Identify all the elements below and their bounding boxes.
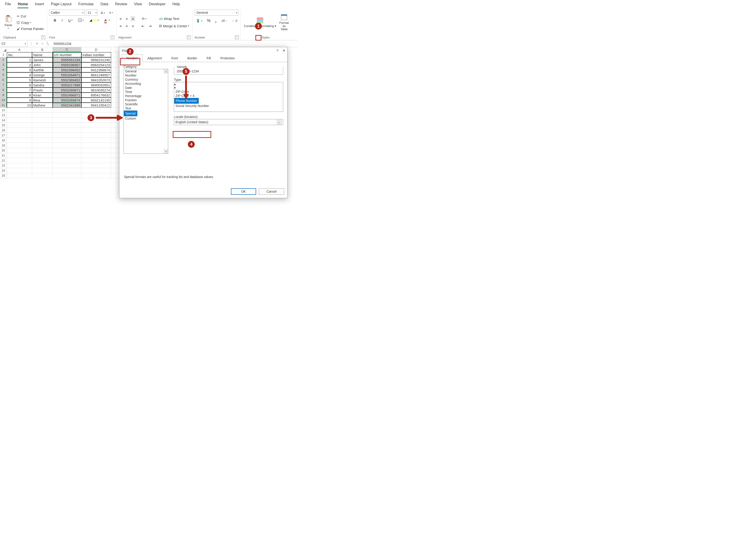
category-listbox[interactable]: ▴ ▾ GeneralNumberCurrencyAccountingDateT… — [123, 69, 168, 154]
cell-in[interactable]: 8641248957 — [81, 72, 111, 77]
row-header-23[interactable]: 23 — [0, 163, 7, 168]
cell-us[interactable]: 5553269871 — [53, 88, 81, 93]
row-header-14[interactable]: 14 — [0, 118, 7, 123]
cell[interactable] — [7, 158, 32, 163]
align-right-button[interactable]: ≡ — [131, 23, 135, 29]
cell[interactable] — [53, 163, 81, 168]
tab-review[interactable]: Review — [115, 1, 128, 8]
row-header-21[interactable]: 21 — [0, 153, 7, 158]
decrease-indent-button[interactable]: ⇤ — [140, 23, 146, 29]
copy-button[interactable]: ⿻ Copy ▾ — [15, 20, 45, 25]
type-item[interactable]: Social Security Number — [174, 104, 283, 108]
type-item[interactable]: ZIP Code — [174, 90, 283, 94]
cell[interactable] — [7, 138, 32, 143]
dialog-tab-protection[interactable]: Protection — [216, 54, 240, 62]
cell[interactable] — [53, 138, 81, 143]
cell[interactable] — [7, 113, 32, 118]
decrease-decimal-button[interactable]: ←.0 — [231, 19, 239, 23]
row-header-1[interactable]: 1 — [0, 52, 7, 57]
row-header-9[interactable]: 9 — [0, 93, 7, 98]
category-item[interactable]: Currency — [124, 77, 168, 82]
row-header-6[interactable]: 6 — [0, 77, 7, 82]
cell[interactable] — [53, 133, 81, 138]
tab-formulas[interactable]: Formulas — [78, 1, 94, 8]
column-header-D[interactable]: D — [81, 47, 111, 52]
cell[interactable] — [7, 118, 32, 123]
cut-button[interactable]: ✂ Cut — [15, 14, 45, 19]
cell-name[interactable]: Kiran — [32, 93, 53, 98]
dialog-tab-fill[interactable]: Fill — [202, 54, 216, 62]
header-cell[interactable]: No. — [7, 52, 32, 57]
tab-file[interactable]: File — [5, 1, 11, 8]
number-format-select[interactable]: General — [195, 10, 238, 16]
row-header-2[interactable]: 2 — [0, 57, 7, 62]
dialog-tab-border[interactable]: Border — [183, 54, 202, 62]
cell-in[interactable]: 9412356874 — [81, 67, 111, 72]
cell[interactable] — [81, 143, 111, 148]
help-button[interactable]: ? — [277, 49, 278, 53]
cell[interactable] — [32, 138, 53, 143]
cell-in[interactable]: 8941235412 — [81, 103, 111, 108]
font-size-select[interactable]: 11 — [86, 10, 98, 16]
type-listbox[interactable]: ▴ ▾ ZIP CodeZIP Code + 4Phone NumberSoci… — [174, 82, 283, 112]
category-item[interactable]: Custom — [124, 116, 168, 121]
row-header-4[interactable]: 4 — [0, 67, 7, 72]
cell[interactable] — [32, 133, 53, 138]
cell-name[interactable]: Karthik — [32, 67, 53, 72]
row-header-10[interactable]: 10 — [0, 98, 7, 103]
cell-us[interactable]: 5555236957 — [53, 62, 81, 67]
row-header-8[interactable]: 8 — [0, 88, 7, 93]
row-header-19[interactable]: 19 — [0, 143, 7, 148]
cell-name[interactable]: Pravin — [32, 88, 53, 93]
wrap-text-button[interactable]: ab Wrap Text — [158, 16, 191, 21]
cell-no[interactable]: 2 — [7, 62, 32, 67]
cell-us[interactable]: 5553217986 — [53, 82, 81, 88]
alignment-dialog-launcher[interactable] — [187, 36, 191, 39]
header-cell[interactable]: US Number — [53, 52, 81, 57]
cancel-icon[interactable]: ✕ — [36, 42, 38, 45]
cell[interactable] — [81, 153, 111, 158]
cell[interactable] — [32, 108, 53, 113]
category-item[interactable]: Date — [124, 86, 168, 90]
cell-us[interactable]: 5552496871 — [53, 93, 81, 98]
row-header-22[interactable]: 22 — [0, 158, 7, 163]
type-item[interactable]: ZIP Code + 4 — [174, 94, 283, 98]
cell[interactable] — [7, 108, 32, 113]
font-name-select[interactable]: Calibri — [49, 10, 85, 16]
tab-home[interactable]: Home — [17, 1, 28, 8]
cell[interactable] — [53, 108, 81, 113]
cell[interactable] — [81, 108, 111, 113]
row-header-15[interactable]: 15 — [0, 123, 7, 128]
cell[interactable] — [81, 173, 111, 178]
header-cell[interactable]: Name — [32, 52, 53, 57]
name-box[interactable]: C2 ▾ — [0, 40, 27, 47]
cell[interactable] — [7, 143, 32, 148]
cell[interactable] — [7, 173, 32, 178]
cell[interactable] — [53, 128, 81, 133]
category-item[interactable]: Fraction — [124, 98, 168, 102]
borders-button[interactable]: ▾ — [77, 18, 85, 23]
format-table-button[interactable]: Format as Table — [279, 13, 289, 32]
cell-us[interactable]: 5553269874 — [53, 98, 81, 103]
row-header-16[interactable]: 16 — [0, 128, 7, 133]
comma-button[interactable]: , — [214, 17, 218, 24]
cell-name[interactable]: Sandra — [32, 82, 53, 88]
percent-button[interactable]: % — [205, 18, 212, 24]
category-item[interactable]: Accounting — [124, 82, 168, 86]
row-header-5[interactable]: 5 — [0, 72, 7, 77]
column-header-B[interactable]: B — [32, 47, 53, 52]
close-button[interactable]: ✕ — [282, 49, 285, 53]
align-center-button[interactable]: ≡ — [124, 23, 129, 29]
cell-us[interactable]: 5552369452 — [53, 77, 81, 82]
tab-help[interactable]: Help — [172, 1, 180, 8]
cell-in[interactable]: 9840032651 — [81, 82, 111, 88]
cell[interactable] — [81, 148, 111, 153]
cell[interactable] — [32, 153, 53, 158]
dialog-tab-font[interactable]: Font — [167, 54, 183, 62]
cell[interactable] — [81, 128, 111, 133]
accounting-button[interactable]: 💲 ▾ — [194, 18, 204, 24]
column-header-C[interactable]: C — [53, 47, 81, 52]
cell[interactable] — [7, 123, 32, 128]
category-item[interactable]: General — [124, 69, 168, 73]
dialog-tab-number[interactable]: Number — [122, 54, 143, 62]
